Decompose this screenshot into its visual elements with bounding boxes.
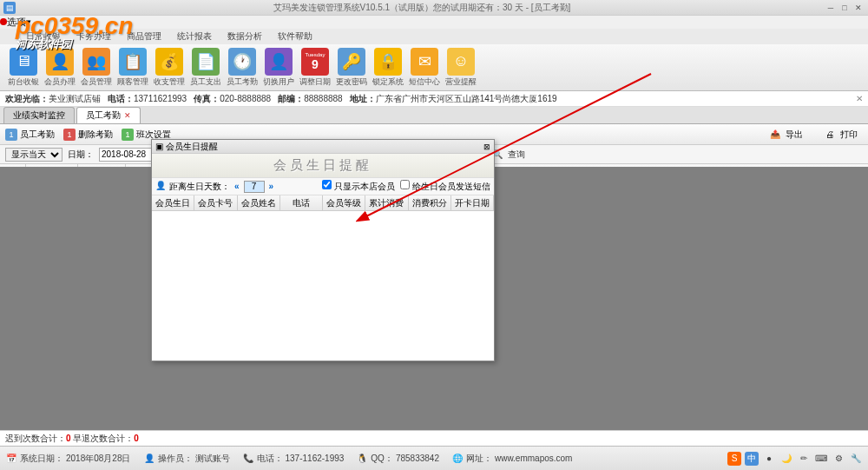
tray-icon[interactable]: 🌙 xyxy=(779,452,793,466)
fax-value: 020-8888888 xyxy=(220,94,271,103)
print-icon: 🖨 xyxy=(822,127,838,142)
toolbar-切换用户[interactable]: 👤切换用户 xyxy=(260,48,297,88)
toolbar-icon: 🖥 xyxy=(10,48,37,76)
toolbar-icon: ✉ xyxy=(411,48,438,76)
toolbar-会员管理[interactable]: 👥会员管理 xyxy=(78,48,115,88)
dialog-th: 电话 xyxy=(280,195,323,210)
tab-attendance[interactable]: 员工考勤✕ xyxy=(76,107,141,123)
days-input[interactable] xyxy=(244,181,265,193)
export-icon: 📤 xyxy=(767,127,783,142)
red-dot-icon xyxy=(0,18,7,25)
toolbar-label: 员工考勤 xyxy=(227,76,258,88)
toolbar-icon: 👤 xyxy=(46,48,74,76)
store-info-line: 欢迎光临：美业测试店铺 电话：13711621993 传真：020-888888… xyxy=(0,91,868,107)
tab-label: 业绩实时监控 xyxy=(13,109,65,122)
menu-item[interactable]: 统计报表 xyxy=(177,30,212,43)
toolbar-label: 切换用户 xyxy=(263,76,294,88)
display-select[interactable]: 显示当天 xyxy=(5,148,62,162)
toolbar-label: 锁定系统 xyxy=(372,76,404,88)
maximize-button[interactable]: □ xyxy=(838,3,851,13)
menu-item[interactable]: 卡务办理 xyxy=(76,30,111,43)
search-button[interactable]: 查询 xyxy=(508,149,525,161)
birthday-reminder-dialog: ▣ 会员生日提醒 ⊠ 会员生日提醒 👤 距离生日天数： « » 只显示本店会员 … xyxy=(151,139,495,361)
dialog-titlebar[interactable]: ▣ 会员生日提醒 ⊠ xyxy=(152,140,494,154)
toolbar-label: 会员办理 xyxy=(44,76,76,88)
toolbar-label: 短信中心 xyxy=(409,76,440,88)
dialog-banner: 会员生日提醒 xyxy=(152,154,494,178)
tray-icon[interactable]: 🔧 xyxy=(849,452,863,466)
toolbar-收支管理[interactable]: 💰收支管理 xyxy=(151,48,187,88)
menubar: 日常收银 卡务办理 商品管理 统计报表 数据分析 软件帮助 xyxy=(0,29,868,44)
dialog-table-header: 会员生日会员卡号会员姓名电话会员等级累计消费消费积分开卡日期 xyxy=(152,195,494,211)
dialog-th: 会员卡号 xyxy=(194,195,237,210)
tray-icon[interactable]: ⚙ xyxy=(832,452,845,466)
tab-monitor[interactable]: 业绩实时监控 xyxy=(3,107,75,123)
export-button[interactable]: 📤导出 xyxy=(762,125,808,144)
send-sms-checkbox[interactable]: 给生日会员发送短信 xyxy=(400,180,490,193)
delete-attendance-button[interactable]: 1删除考勤 xyxy=(63,129,113,141)
minimize-button[interactable]: ─ xyxy=(825,3,837,13)
tel-label: 电话： xyxy=(108,94,134,103)
early-value: 0 xyxy=(134,434,139,443)
welcome-value: 美业测试店铺 xyxy=(49,94,101,103)
status-operator: 👤操作员：测试账号 xyxy=(143,453,230,465)
next-button[interactable]: » xyxy=(266,182,277,191)
tab-label: 员工考勤 xyxy=(86,109,121,122)
toolbar-会员办理[interactable]: 👤会员办理 xyxy=(42,48,78,88)
options-label: 选项 xyxy=(7,17,26,27)
toolbar-label: 员工支出 xyxy=(190,76,221,88)
status-site[interactable]: 🌐网址：www.emmapos.com xyxy=(451,453,572,465)
early-label: 早退次数合计： xyxy=(73,433,134,445)
dialog-controls: 👤 距离生日天数： « » 只显示本店会员 给生日会员发送短信 xyxy=(152,178,494,195)
toolbar-icon: Tuesday9 xyxy=(301,48,329,76)
tray-icon[interactable]: ● xyxy=(762,452,776,466)
dialog-th: 会员生日 xyxy=(152,195,194,210)
ime-sogou-icon[interactable]: S xyxy=(727,452,741,466)
menu-item[interactable]: 数据分析 xyxy=(227,30,262,43)
dialog-th: 会员姓名 xyxy=(238,195,280,210)
dialog-th: 累计消费 xyxy=(365,195,408,210)
menu-item[interactable]: 商品管理 xyxy=(127,30,161,43)
toolbar-员工考勤[interactable]: 🕐员工考勤 xyxy=(224,48,260,88)
toolbar-前台收银[interactable]: 🖥前台收银 xyxy=(5,48,42,88)
only-this-store-checkbox[interactable]: 只显示本店会员 xyxy=(322,180,395,193)
status-qq: 🐧QQ：785833842 xyxy=(356,453,439,465)
addr-label: 地址： xyxy=(350,94,376,103)
post-value: 88888888 xyxy=(304,94,343,103)
prev-button[interactable]: « xyxy=(232,182,242,191)
tray-icon[interactable]: ✏ xyxy=(797,452,811,466)
post-label: 邮编： xyxy=(278,94,304,103)
tray-icon[interactable]: ⌨ xyxy=(814,452,828,466)
print-button[interactable]: 🖨打印 xyxy=(817,125,863,144)
status-tel: 📞电话：137-1162-1993 xyxy=(242,453,345,465)
btn-label: 打印 xyxy=(840,129,858,141)
toolbar-icon: 📄 xyxy=(192,48,220,76)
toolbar-短信中心[interactable]: ✉短信中心 xyxy=(406,48,443,88)
infoline-close-icon[interactable]: ✕ xyxy=(856,94,863,103)
toolbar-icon: 🔑 xyxy=(338,48,365,76)
late-value: 0 xyxy=(66,434,71,443)
toolbar-icon: 👤 xyxy=(265,48,293,76)
toolbar-icon: 💰 xyxy=(155,48,183,76)
tel-value: 13711621993 xyxy=(134,94,187,103)
attendance-button[interactable]: 1员工考勤 xyxy=(5,129,55,141)
toolbar-调整日期[interactable]: Tuesday9调整日期 xyxy=(297,48,333,88)
toolbar-icon: ☺ xyxy=(447,48,475,76)
statusbar: 📅系统日期：2018年08月28日 👤操作员：测试账号 📞电话：137-1162… xyxy=(0,446,868,470)
window-controls: ─ □ ✕ xyxy=(825,3,865,13)
menu-item[interactable]: 软件帮助 xyxy=(278,30,312,43)
dialog-close-icon[interactable]: ⊠ xyxy=(483,142,490,151)
toolbar-label: 顾客管理 xyxy=(117,76,148,88)
toolbar-员工支出[interactable]: 📄员工支出 xyxy=(187,48,224,88)
ime-zh-icon[interactable]: 中 xyxy=(745,452,759,466)
summary-row: 迟到次数合计：0 早退次数合计：0 xyxy=(0,430,868,446)
toolbar-锁定系统[interactable]: 🔒锁定系统 xyxy=(370,48,406,88)
toolbar-顾客管理[interactable]: 📋顾客管理 xyxy=(115,48,151,88)
dialog-th: 开卡日期 xyxy=(451,195,494,210)
tab-close-icon[interactable]: ✕ xyxy=(124,111,131,120)
toolbar-营业提醒[interactable]: ☺营业提醒 xyxy=(443,48,479,88)
close-button[interactable]: ✕ xyxy=(852,3,865,13)
menu-item[interactable]: 日常收银 xyxy=(26,30,61,43)
options-dropdown[interactable]: 选项▾ xyxy=(0,16,868,29)
toolbar-更改密码[interactable]: 🔑更改密码 xyxy=(333,48,370,88)
